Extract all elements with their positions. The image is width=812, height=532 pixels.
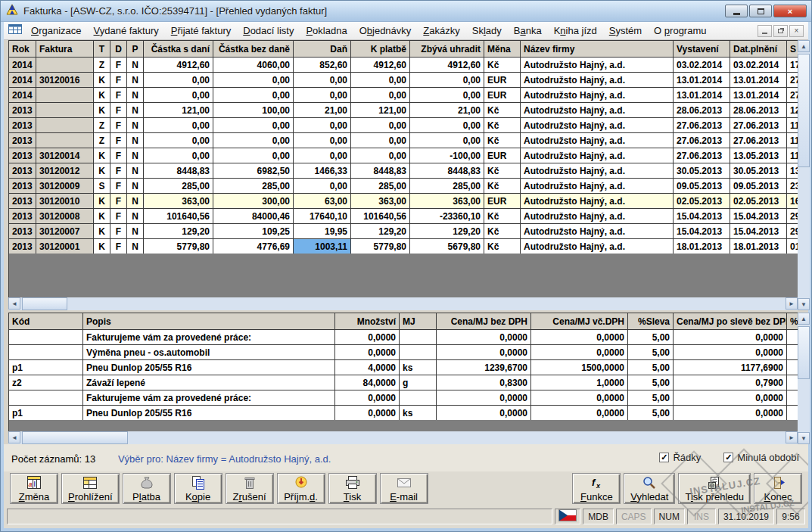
- cell-vystaven[interactable]: 13.01.2014: [674, 73, 730, 88]
- cell-m-na[interactable]: EUR: [484, 148, 521, 163]
- cell-item[interactable]: [787, 390, 798, 406]
- scroll-track[interactable]: [798, 325, 810, 432]
- scroll-down-icon[interactable]: ▼: [798, 432, 810, 444]
- scroll-right-icon[interactable]: ►: [786, 297, 798, 310]
- cell-k-platb[interactable]: 0,00: [351, 148, 410, 163]
- cell-p[interactable]: N: [127, 103, 144, 118]
- cell-m-na[interactable]: Kč: [484, 239, 521, 254]
- cell-da[interactable]: 19,95: [294, 224, 351, 239]
- cell-sleva[interactable]: 5,00: [628, 390, 674, 406]
- cell-mj[interactable]: ks: [400, 406, 437, 421]
- cell-cena-mj-bez-dph[interactable]: 0,0000: [437, 390, 531, 406]
- cell-cena-mj-bez-dph[interactable]: 1239,6700: [437, 360, 531, 375]
- cell-d[interactable]: F: [110, 239, 127, 254]
- zru-en-button[interactable]: Zrušení: [226, 473, 274, 504]
- vyhledat-button[interactable]: Vyhledat: [624, 473, 675, 504]
- column-header-m-na[interactable]: Měna: [484, 41, 521, 58]
- cell-stka-bez-dan[interactable]: 300,00: [213, 194, 294, 209]
- column-header-p[interactable]: P: [127, 41, 144, 58]
- cell-vystaven[interactable]: 30.05.2013: [674, 163, 730, 179]
- cell-cena-mj-po-slev-bez-dph[interactable]: 0,0000: [674, 330, 787, 345]
- cell-da[interactable]: 0,00: [294, 118, 351, 133]
- invoice-row[interactable]: 2014ZFN4912,604060,00852,604912,604912,6…: [9, 58, 798, 73]
- cell-popis[interactable]: Pneu Dunlop 205/55 R16: [83, 360, 335, 375]
- cell-d[interactable]: F: [110, 58, 127, 73]
- cell-d[interactable]: F: [110, 103, 127, 118]
- cell-zb-v-uhradit[interactable]: 285,00: [410, 179, 484, 194]
- tisk-button[interactable]: Tisk: [328, 473, 377, 504]
- cell-stka-s-dan[interactable]: 8448,83: [144, 163, 213, 179]
- cell-p[interactable]: N: [127, 148, 144, 163]
- cell-stka-bez-dan[interactable]: 4060,00: [213, 58, 294, 73]
- cell-n-zev-firmy[interactable]: Autodružsto Hajný, a.d.: [521, 58, 674, 73]
- cell-mno-stv[interactable]: 0,0000: [335, 345, 400, 360]
- column-header-t[interactable]: T: [94, 41, 110, 58]
- scroll-right-icon[interactable]: ►: [786, 431, 798, 443]
- cell-da[interactable]: 1003,11: [294, 239, 351, 254]
- cell-k-platb[interactable]: 4912,60: [351, 58, 410, 73]
- item-row[interactable]: Výměna pneu - os.automobil0,00000,00000,…: [9, 345, 798, 360]
- cell-mno-stv[interactable]: 4,0000: [335, 360, 400, 375]
- cell-n-zev-firmy[interactable]: Autodružsto Hajný, a.d.: [521, 209, 674, 224]
- cell-k-platb[interactable]: 0,00: [351, 88, 410, 103]
- column-header-sleva[interactable]: %Sleva: [628, 313, 674, 330]
- cell-sleva[interactable]: 5,00: [628, 345, 674, 360]
- column-header-cena-mj-v-dph[interactable]: Cena/MJ vč.DPH: [531, 313, 628, 330]
- cell-p[interactable]: N: [127, 118, 144, 133]
- cell-s[interactable]: 27: [787, 88, 798, 103]
- cell-stka-bez-dan[interactable]: 0,00: [213, 148, 294, 163]
- cell-mj[interactable]: g: [400, 375, 437, 390]
- cell-vystaven[interactable]: 13.01.2014: [674, 88, 730, 103]
- cell-popis[interactable]: Fakturujeme vám za provedené práce:: [83, 390, 335, 406]
- cell-m-na[interactable]: EUR: [484, 73, 521, 88]
- cell-t[interactable]: K: [94, 103, 110, 118]
- cell-cena-mj-po-slev-bez-dph[interactable]: 0,7900: [674, 375, 787, 390]
- cell-m-na[interactable]: Kč: [484, 118, 521, 133]
- cell-zb-v-uhradit[interactable]: 5679,80: [410, 239, 484, 254]
- cell-s[interactable]: 11: [787, 118, 798, 133]
- scroll-up-icon[interactable]: ▲: [798, 313, 810, 325]
- cell-n-zev-firmy[interactable]: Autodružsto Hajný, a.d.: [521, 148, 674, 163]
- item-row[interactable]: z2Závaží lepené84,0000g0,83001,00005,000…: [9, 375, 798, 390]
- menu-item-dodac-listy[interactable]: Dodací listy: [237, 23, 300, 39]
- cell-da[interactable]: 0,00: [294, 73, 351, 88]
- cell-cena-mj-bez-dph[interactable]: 0,0000: [437, 330, 531, 345]
- menu-item-kniha-j-zd[interactable]: Kniha jízd: [548, 23, 603, 39]
- cell-dat-pln-n[interactable]: 15.04.2013: [730, 209, 787, 224]
- cell-faktura[interactable]: 30120010: [36, 194, 94, 209]
- menu-item-vydan-faktury[interactable]: Vydané faktury: [88, 23, 165, 39]
- cell-item[interactable]: [787, 375, 798, 390]
- cell-stka-s-dan[interactable]: 0,00: [144, 88, 213, 103]
- item-row[interactable]: p1Pneu Dunlop 205/55 R160,0000ks0,00000,…: [9, 406, 798, 421]
- invoice-row[interactable]: 201330120001KFN5779,804776,691003,115779…: [9, 239, 798, 254]
- invoice-row[interactable]: 2013ZFN0,000,000,000,000,00KčAutodružsto…: [9, 118, 798, 133]
- cell-stka-s-dan[interactable]: 4912,60: [144, 58, 213, 73]
- cell-da[interactable]: 0,00: [294, 148, 351, 163]
- cell-vystaven[interactable]: 18.01.2013: [674, 239, 730, 254]
- cell-zb-v-uhradit[interactable]: 8448,83: [410, 163, 484, 179]
- cell-rok[interactable]: 2014: [9, 88, 36, 103]
- cell-dat-pln-n[interactable]: 13.01.2014: [730, 88, 787, 103]
- cell-vystaven[interactable]: 02.05.2013: [674, 194, 730, 209]
- cell-stka-bez-dan[interactable]: 6982,50: [213, 163, 294, 179]
- cell-t[interactable]: K: [94, 239, 110, 254]
- cell-zb-v-uhradit[interactable]: 0,00: [410, 133, 484, 148]
- cell-cena-mj-v-dph[interactable]: 1500,0000: [531, 360, 628, 375]
- cell-t[interactable]: K: [94, 148, 110, 163]
- menu-item-zak-zky[interactable]: Zakázky: [417, 23, 465, 39]
- cell-p[interactable]: N: [127, 58, 144, 73]
- cell-t[interactable]: K: [94, 209, 110, 224]
- cell-dat-pln-n[interactable]: 30.05.2013: [730, 163, 787, 179]
- cell-vystaven[interactable]: 09.05.2013: [674, 179, 730, 194]
- column-header-dat-pln-n[interactable]: Dat.plnění: [730, 41, 787, 58]
- cell-popis[interactable]: Výměna pneu - os.automobil: [83, 345, 335, 360]
- menu-item-banka[interactable]: Banka: [508, 23, 548, 39]
- cell-k-d[interactable]: p1: [9, 406, 83, 421]
- cell-cena-mj-po-slev-bez-dph[interactable]: 0,0000: [674, 345, 787, 360]
- cell-sleva[interactable]: 5,00: [628, 375, 674, 390]
- maximize-button[interactable]: [749, 5, 772, 17]
- cell-s[interactable]: 23: [787, 179, 798, 194]
- cell-k-platb[interactable]: 129,20: [351, 224, 410, 239]
- scroll-track[interactable]: [20, 297, 786, 310]
- cell-cena-mj-v-dph[interactable]: 1,0000: [531, 375, 628, 390]
